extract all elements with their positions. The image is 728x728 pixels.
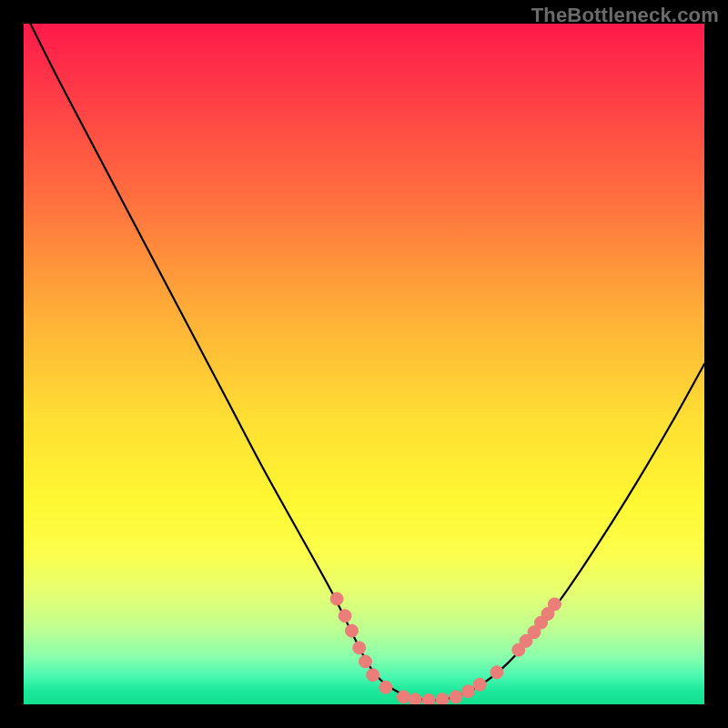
highlight-dot — [346, 624, 359, 637]
highlight-dots — [330, 592, 561, 704]
highlight-dot — [330, 592, 343, 605]
highlight-dot — [450, 691, 462, 703]
highlight-dot — [379, 681, 392, 693]
bottleneck-curve — [24, 24, 704, 701]
highlight-dot — [436, 693, 449, 704]
highlight-dot — [353, 642, 366, 654]
highlight-dot — [461, 685, 474, 698]
highlight-dot — [397, 691, 410, 703]
curve-layer — [24, 24, 704, 704]
highlight-dot — [422, 694, 435, 705]
highlight-dot — [409, 693, 421, 704]
highlight-dot — [548, 598, 561, 611]
highlight-dot — [339, 610, 351, 622]
plot-area — [24, 24, 704, 704]
chart-frame: TheBottleneck.com — [0, 0, 728, 728]
highlight-dot — [490, 666, 503, 679]
highlight-dot — [367, 669, 379, 682]
highlight-dot — [473, 678, 486, 691]
highlight-dot — [359, 655, 372, 668]
